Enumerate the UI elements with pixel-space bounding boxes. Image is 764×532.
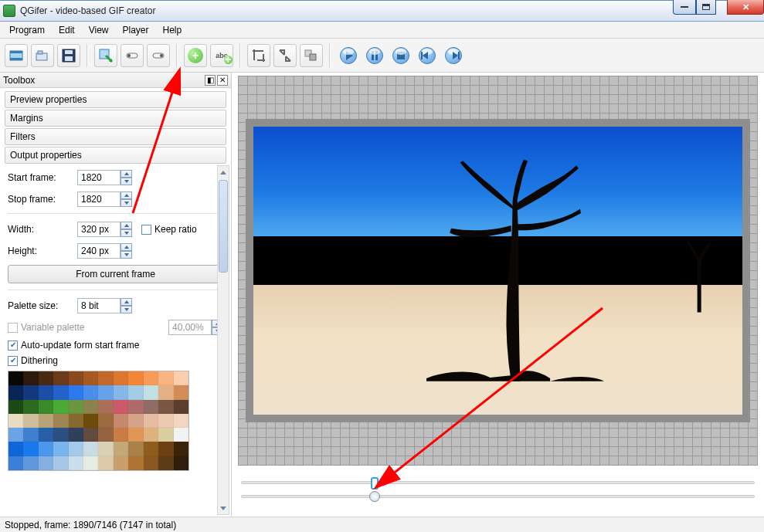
svg-rect-2 (10, 58, 22, 60)
stop-frame-spin[interactable] (77, 191, 132, 207)
window-maximize-button[interactable] (696, 0, 716, 15)
plus-icon (188, 48, 203, 63)
palette-swatch (53, 456, 68, 470)
crop-icon (251, 48, 267, 63)
menu-help[interactable]: Help (157, 23, 188, 37)
spin-up-icon[interactable] (121, 222, 132, 229)
palette-swatch (39, 428, 53, 442)
position-handle[interactable] (369, 491, 380, 502)
section-preview-properties[interactable]: Preview properties (5, 91, 226, 108)
props-scrollbar[interactable] (217, 165, 229, 515)
prev-icon (419, 47, 436, 64)
palette-size-label: Palette size: (8, 300, 73, 311)
palette-swatch (39, 456, 53, 470)
menu-edit[interactable]: Edit (53, 23, 81, 37)
palette-swatch (39, 400, 53, 414)
toolbar: abc (0, 39, 764, 73)
start-frame-spin[interactable] (77, 170, 132, 185)
palette-size-spin[interactable] (77, 298, 132, 313)
svg-point-13 (160, 54, 163, 57)
palette-swatch (174, 414, 188, 428)
toolbox-title: Toolbox (3, 75, 203, 86)
spin-down-icon[interactable] (121, 251, 132, 259)
stop-frame-input[interactable] (77, 191, 121, 207)
section-output-properties[interactable]: Output properties (5, 147, 226, 164)
add-text-button[interactable]: abc (210, 44, 233, 67)
palette-swatch (114, 428, 128, 442)
palette-swatch (83, 428, 98, 442)
pause-button[interactable] (363, 44, 386, 67)
palette-swatch (53, 428, 68, 442)
palette-swatch (39, 414, 53, 428)
spin-up-icon[interactable] (121, 243, 132, 251)
app-icon (3, 5, 15, 17)
window-minimize-button[interactable] (673, 0, 696, 15)
add-object-button[interactable] (184, 44, 207, 67)
palette-swatch (128, 428, 143, 442)
scroll-down-icon[interactable] (218, 502, 229, 514)
set-start-button[interactable] (121, 44, 144, 67)
palette-swatch (98, 428, 113, 442)
palette-swatch (8, 371, 23, 385)
section-filters[interactable]: Filters (5, 128, 226, 145)
spin-down-icon[interactable] (121, 199, 132, 207)
palette-swatch (39, 385, 53, 399)
height-spin[interactable] (77, 243, 132, 259)
keep-ratio-label: Keep ratio (154, 224, 197, 235)
position-slider[interactable] (241, 495, 755, 498)
from-current-frame-button[interactable]: From current frame (8, 265, 223, 283)
spin-down-icon[interactable] (121, 178, 132, 185)
menu-player[interactable]: Player (117, 23, 155, 37)
extract-gif-button[interactable] (94, 44, 117, 67)
set-stop-button[interactable] (147, 44, 170, 67)
spin-up-icon[interactable] (121, 170, 132, 178)
stop-button[interactable] (389, 44, 413, 67)
scroll-up-icon[interactable] (218, 166, 229, 178)
save-project-button[interactable] (57, 44, 80, 67)
crop-button[interactable] (247, 44, 270, 67)
spin-up-icon[interactable] (121, 298, 132, 306)
play-button[interactable] (337, 44, 360, 67)
play-icon (340, 47, 357, 64)
filters-button[interactable] (300, 44, 323, 67)
palette-swatch (158, 456, 173, 470)
palette-swatch (128, 371, 143, 385)
range-handle[interactable] (371, 477, 379, 490)
open-project-button[interactable] (31, 44, 54, 67)
palette-swatch (98, 456, 113, 470)
range-slider[interactable] (241, 481, 755, 484)
width-input[interactable] (77, 222, 121, 237)
spin-down-icon[interactable] (121, 229, 132, 237)
palette-swatch (98, 414, 113, 428)
svg-rect-15 (310, 54, 316, 60)
new-project-button[interactable] (5, 44, 28, 67)
dithering-checkbox[interactable] (8, 356, 18, 366)
resize-button[interactable] (273, 44, 297, 67)
palette-size-input[interactable] (77, 298, 121, 313)
menu-view[interactable]: View (83, 23, 115, 37)
palette-swatch (83, 385, 98, 399)
prev-frame-button[interactable] (416, 44, 439, 67)
scroll-thumb[interactable] (219, 180, 228, 273)
height-input[interactable] (77, 243, 121, 259)
palette-swatch (23, 414, 38, 428)
auto-update-checkbox[interactable] (8, 341, 18, 351)
text-icon: abc (216, 52, 228, 59)
palette-swatch (83, 456, 98, 470)
next-frame-button[interactable] (442, 44, 465, 67)
width-spin[interactable] (77, 222, 132, 237)
toolbox-close-button[interactable]: ✕ (217, 75, 228, 86)
palette-swatch (128, 385, 143, 399)
resize-icon (277, 48, 293, 63)
start-frame-input[interactable] (77, 170, 121, 185)
section-margins[interactable]: Margins (5, 110, 226, 127)
palette-swatch (158, 414, 173, 428)
spin-down-icon[interactable] (121, 306, 132, 313)
keep-ratio-checkbox[interactable] (141, 225, 151, 235)
spin-up-icon[interactable] (121, 191, 132, 199)
window-close-button[interactable]: ✕ (727, 0, 764, 15)
menu-program[interactable]: Program (3, 23, 51, 37)
palette-swatch (23, 371, 38, 385)
toolbox-float-button[interactable]: ◧ (205, 75, 216, 86)
mark-start-icon (124, 48, 140, 63)
